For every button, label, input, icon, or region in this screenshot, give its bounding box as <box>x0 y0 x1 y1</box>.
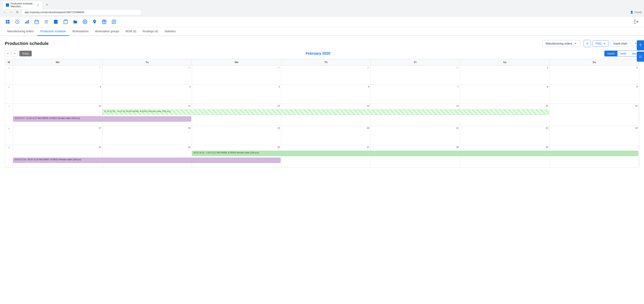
header-actions: + PNG Gantt chart <box>584 40 639 47</box>
month-view-button[interactable]: month <box>604 51 618 56</box>
filter-dropdown-label: Manufacturing orders <box>546 42 572 45</box>
day-th-w6[interactable]: 6 <box>281 85 371 104</box>
day-mo-w9[interactable]: 24 <box>13 145 102 167</box>
event-mo-00007[interactable]: 24.02 21:10 - 26.02 15:20 MO-00007, A-00… <box>13 158 280 163</box>
profile-icon: 👤 <box>630 11 633 14</box>
day-th-w8[interactable]: 20 <box>281 126 371 145</box>
day-we-w7[interactable]: 12 <box>192 104 281 126</box>
list-icon[interactable] <box>43 18 50 25</box>
week-num-8: 8 <box>5 126 13 145</box>
calendar-grid: W Mo Tu We Th Fr Sa Su 5 27 28 29 30 31 … <box>5 59 639 168</box>
day-tu-w6[interactable]: 4 <box>102 85 192 104</box>
dashboard-icon[interactable] <box>14 18 21 25</box>
tab-statistics[interactable]: Statistics <box>161 27 179 36</box>
day-fr-w5[interactable]: 31 <box>371 66 460 84</box>
side-checklist-button[interactable]: ☑ <box>637 52 644 62</box>
book-icon[interactable] <box>52 18 60 25</box>
forward-button[interactable]: → <box>9 10 14 15</box>
notes-icon[interactable] <box>110 18 118 25</box>
reload-button[interactable]: ↻ <box>15 10 20 15</box>
calendar-nav-arrows: < > <box>5 50 18 56</box>
gift-icon[interactable] <box>100 18 108 25</box>
day-su-w9[interactable]: 1 <box>550 145 639 167</box>
tab-manufacturing-orders[interactable]: Manufacturing orders <box>4 27 37 36</box>
today-button[interactable]: today <box>19 51 32 56</box>
day-tu-w7[interactable]: 11 <box>102 104 192 126</box>
gantt-chart-button[interactable]: Gantt chart <box>610 40 630 47</box>
tab-workstations[interactable]: Workstations <box>69 27 92 36</box>
location-icon[interactable] <box>91 18 98 25</box>
week-view-button[interactable]: week <box>618 51 629 56</box>
week-row-7: 7 10 11 12 13 14 15 16 11.02 13:28 - 14.… <box>5 104 639 126</box>
chart-icon[interactable] <box>23 18 30 25</box>
side-help-button[interactable]: ? <box>637 40 644 50</box>
tab-bom[interactable]: BOM (4) <box>122 27 140 36</box>
folder-icon[interactable] <box>72 18 79 25</box>
day-sa-w5[interactable]: 1 <box>460 66 550 84</box>
day-fr-w7[interactable]: 14 <box>371 104 460 126</box>
day-fr-w9[interactable]: 28 <box>371 145 460 167</box>
svg-rect-8 <box>35 20 38 24</box>
event-mo-00008[interactable]: 26.02 16:21 - 2.03 13:11 MO-00008, A-000… <box>192 151 638 156</box>
day-tu-w5[interactable]: 28 <box>102 66 192 84</box>
day-mo-w5[interactable]: 27 <box>13 66 102 84</box>
event-mo-00005[interactable]: 10.02 9:17 - 11.02 12:27 MO-00005, A-000… <box>13 116 191 121</box>
day-sa-w7[interactable]: 15 <box>460 104 550 126</box>
day-mo-w7[interactable]: 10 <box>13 104 102 126</box>
day-tu-w9[interactable]: 25 <box>102 145 192 167</box>
week-row-8: 8 17 18 19 20 21 22 23 <box>5 126 639 145</box>
png-label: PNG <box>596 42 602 45</box>
day-sa-w8[interactable]: 22 <box>460 126 550 145</box>
day-mo-w8[interactable]: 17 <box>13 126 102 145</box>
day-fr-w6[interactable]: 7 <box>371 85 460 104</box>
back-button[interactable]: ← <box>2 10 7 15</box>
logout-icon[interactable] <box>633 18 640 25</box>
filter-dropdown[interactable]: Manufacturing orders <box>542 40 580 47</box>
day-sa-w6[interactable]: 8 <box>460 85 550 104</box>
tab-routings[interactable]: Routings (4) <box>140 27 161 36</box>
svg-rect-1 <box>8 20 10 22</box>
day-we-w8[interactable]: 19 <box>192 126 281 145</box>
svg-rect-6 <box>26 21 27 24</box>
day-su-w6[interactable]: 9 <box>550 85 639 104</box>
page-title: Production schedule <box>5 41 539 46</box>
profile-label: Guest <box>634 11 642 14</box>
week-row-9: 9 24 25 26 27 28 29 1 26.02 16:21 - 2.03… <box>5 145 639 167</box>
header-th: Th <box>281 59 371 65</box>
day-tu-w8[interactable]: 18 <box>102 126 192 145</box>
browser-chrome: Production schedule - Manufact... ✕ + ← … <box>0 0 644 17</box>
browser-tab[interactable]: Production schedule - Manufact... ✕ <box>2 1 43 9</box>
logo-icon[interactable] <box>4 18 11 25</box>
day-th-w9[interactable]: 27 <box>281 145 371 167</box>
header-tu: Tu <box>102 59 192 65</box>
new-tab-button[interactable]: + <box>44 3 50 7</box>
day-su-w5[interactable]: 2 <box>550 66 639 84</box>
nav-tabs: Manufacturing orders Production schedule… <box>0 27 644 36</box>
day-we-w6[interactable]: 5 <box>192 85 281 104</box>
app-toolbar <box>0 17 644 27</box>
day-su-w7[interactable]: 16 <box>550 104 639 126</box>
day-fr-w8[interactable]: 21 <box>371 126 460 145</box>
settings-icon[interactable] <box>81 18 88 25</box>
day-we-w5[interactable]: 29 <box>192 66 281 84</box>
png-export-button[interactable]: PNG <box>592 40 608 47</box>
day-th-w7[interactable]: 13 <box>281 104 371 126</box>
tab-workstation-groups[interactable]: Workstation groups <box>92 27 122 36</box>
url-input[interactable] <box>21 9 142 15</box>
next-month-button[interactable]: > <box>12 50 18 56</box>
day-sa-w9[interactable]: 29 <box>460 145 550 167</box>
header-mo: Mo <box>13 59 102 65</box>
day-th-w5[interactable]: 30 <box>281 66 371 84</box>
week-num-5: 5 <box>5 66 13 84</box>
event-mo-00006[interactable]: 11.02 13:28 - 14.02 10:18 MO-00006, A-00… <box>102 109 548 115</box>
basket-icon[interactable] <box>62 18 69 25</box>
prev-month-button[interactable]: < <box>5 50 11 56</box>
day-we-w9[interactable]: 26 <box>192 145 281 167</box>
day-su-w8[interactable]: 23 <box>550 126 639 145</box>
day-mo-w6[interactable]: 3 <box>13 85 102 104</box>
add-button[interactable]: + <box>584 40 591 47</box>
help-icon: ? <box>639 44 642 47</box>
calendar-icon[interactable] <box>33 18 40 25</box>
tab-close-button[interactable]: ✕ <box>37 4 39 7</box>
tab-production-schedule[interactable]: Production schedule <box>37 27 69 36</box>
